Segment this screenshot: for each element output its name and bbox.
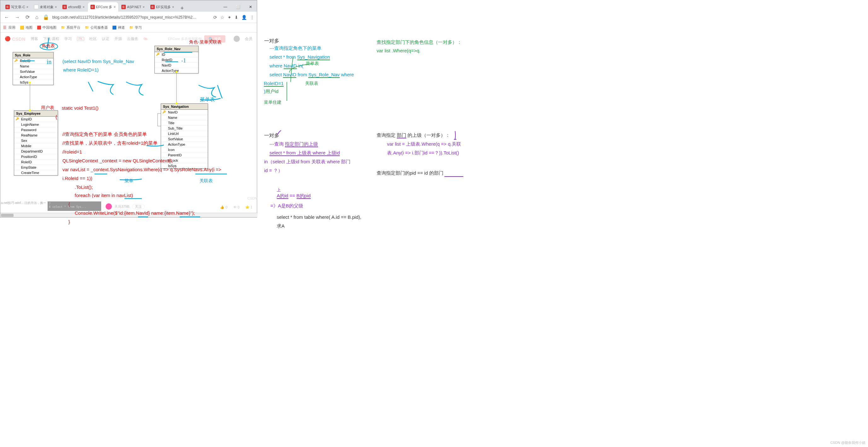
minimize-button[interactable]: — xyxy=(219,2,231,12)
tab-5[interactable]: CEF实现多× xyxy=(148,2,177,12)
table-sys-role: Sys_Role RoleID Name SortValue ActionTyp… xyxy=(12,52,54,85)
code-line4: .ToList(); xyxy=(75,184,93,190)
label-rolenav-table: 角色-菜单关联表 xyxy=(189,39,222,45)
r3-up: 上 xyxy=(277,187,281,193)
label-user-table: 用户表 xyxy=(41,105,54,111)
column: Icon xyxy=(161,147,208,153)
column: ID xyxy=(155,52,198,57)
bookmark-item[interactable]: 📁学习 xyxy=(129,25,142,30)
follow-button[interactable]: 关注 xyxy=(132,204,145,209)
bookmark-item[interactable]: 📁公司服务器 xyxy=(85,25,108,30)
column: Password xyxy=(14,127,58,133)
close-icon[interactable]: × xyxy=(27,5,28,9)
column: DepartmentID xyxy=(14,149,58,154)
tab-title: EF实现多 xyxy=(156,5,171,9)
code-thumbnail: 78 select * from Sys... xyxy=(48,202,101,211)
nav-link[interactable]: 云服务 xyxy=(127,36,138,41)
anno-in: in xyxy=(46,58,52,66)
r1-l1: ---查询指定角色下的菜单 xyxy=(270,46,321,51)
tab-title: efcore联 xyxy=(68,5,81,9)
tab-2[interactable]: Cefcore联× xyxy=(60,2,87,12)
column: ParentID xyxy=(161,153,208,158)
table-sys-employee: Sys_Employee EmpID LoginName Password Re… xyxy=(14,110,58,176)
r3-l4: id = ？） xyxy=(264,168,283,174)
r1-menu-label: 菜单表 xyxy=(306,61,319,66)
bookmark-item[interactable]: 🟦禅道 xyxy=(112,25,125,30)
star-icon[interactable]: ☆ xyxy=(220,15,224,20)
scroll-thumb[interactable] xyxy=(1,214,13,217)
favicon: C xyxy=(150,5,155,9)
close-icon[interactable]: × xyxy=(172,5,174,9)
column: Name xyxy=(161,115,208,120)
tab-title: EFCore 多 xyxy=(96,5,113,9)
pk-badge[interactable]: PK xyxy=(77,37,84,41)
column: Mobile xyxy=(14,143,58,149)
forward-button[interactable]: → xyxy=(13,14,21,20)
watermark: CSDN @能奈我何小姐 xyxy=(831,440,866,445)
nav-link[interactable]: 博客 xyxy=(31,36,38,41)
download-icon[interactable]: ⬇ xyxy=(235,15,238,20)
r4-l2: var list = 上级表.Where(q => q.关联 xyxy=(387,141,461,147)
code-line2: var navList = _context.SysNavigations.Wh… xyxy=(62,167,221,172)
author-avatar[interactable] xyxy=(105,203,112,210)
author-name[interactable]: 天马379B xyxy=(115,204,129,209)
column: EmpID xyxy=(14,117,58,122)
nav-link[interactable]: 下载·课程 xyxy=(43,36,59,41)
r4-l4: 查询指定部门的pid == id 的部门 xyxy=(377,170,443,176)
column: Sex xyxy=(14,138,58,143)
tab-0[interactable]: C写文章-C× xyxy=(3,2,31,12)
close-icon[interactable]: × xyxy=(55,5,57,9)
close-icon[interactable]: × xyxy=(114,5,115,9)
nav-link[interactable]: 学习 xyxy=(64,36,72,41)
close-icon[interactable]: × xyxy=(143,5,145,9)
star-count[interactable]: ⭐ 1 xyxy=(245,205,252,209)
extension-icon[interactable]: ✦ xyxy=(227,15,231,20)
csdn-logo[interactable]: 🔴CSDN xyxy=(5,36,26,41)
anno-select1: (select NavID from Sys_Role_Nav xyxy=(62,59,134,64)
code-test1: static void Test1() xyxy=(62,105,98,111)
favicon xyxy=(34,5,38,9)
nav-link[interactable]: 认证 xyxy=(102,36,110,41)
column: Sub_Title xyxy=(161,126,208,131)
tab-strip: C写文章-C× 未将对象× Cefcore联× CEFCore 多× CASP.… xyxy=(0,0,257,12)
favicon: C xyxy=(121,5,126,9)
table-header: Sys_Employee xyxy=(14,111,58,117)
nav-link[interactable]: 社区 xyxy=(89,36,97,41)
reload-button[interactable]: ⟳ xyxy=(24,14,31,20)
apps-button[interactable]: 应用 xyxy=(3,25,16,30)
r1-l6: )用户id xyxy=(264,89,279,95)
bookmark-item[interactable]: 📁系统平台 xyxy=(61,25,81,30)
code-brace-close: } xyxy=(68,219,70,225)
bookmark-item[interactable]: 🟥中国地图 xyxy=(37,25,56,30)
bookmark-item[interactable]: 🟨地图 xyxy=(20,25,32,30)
maximize-button[interactable]: ⬜ xyxy=(231,2,244,12)
column: LinkUrl xyxy=(161,131,208,137)
avatar[interactable] xyxy=(234,36,240,42)
like-count[interactable]: 👍 0 xyxy=(220,205,227,209)
code-line1: QLSingleContext _context = new QLSingleC… xyxy=(62,158,173,163)
tab-1[interactable]: 未将对象× xyxy=(32,2,59,12)
nav-link[interactable]: 开源 xyxy=(115,36,122,41)
menu-icon[interactable]: ⋮ xyxy=(250,15,254,20)
anno-dash1: -1 xyxy=(181,57,186,64)
column: ActionType xyxy=(155,68,198,73)
tab-title: ASP.NET xyxy=(127,5,142,9)
tab-3-active[interactable]: CEFCore 多× xyxy=(88,2,118,12)
code-line5: foreach (var item in navList) xyxy=(75,192,133,198)
url-text[interactable]: blog.csdn.net/u011127019/article/details… xyxy=(52,15,210,20)
close-window-button[interactable]: ✕ xyxy=(244,2,257,12)
tab-4[interactable]: CASP.NET× xyxy=(119,2,147,12)
new-tab-button[interactable]: + xyxy=(178,5,187,12)
code-cmt1: //查询指定角色下的菜单 会员角色的菜单 xyxy=(62,131,147,138)
r3-eq1: A的id == B的pid xyxy=(277,193,311,199)
profile-icon[interactable]: 👤 xyxy=(241,15,247,20)
home-button[interactable]: ⌂ xyxy=(34,14,40,20)
close-icon[interactable]: × xyxy=(83,5,85,9)
apps-label: 应用 xyxy=(8,25,16,30)
code-line6: Console.WriteLine($"id:{item.NavId} name… xyxy=(75,210,195,216)
member-link[interactable]: 会员 xyxy=(245,36,252,41)
table-header: Sys_Navigation xyxy=(161,104,208,110)
translate-icon[interactable]: ⟳ xyxy=(213,15,217,20)
purple-stroke-2 xyxy=(453,130,460,141)
back-button[interactable]: ← xyxy=(3,14,10,20)
